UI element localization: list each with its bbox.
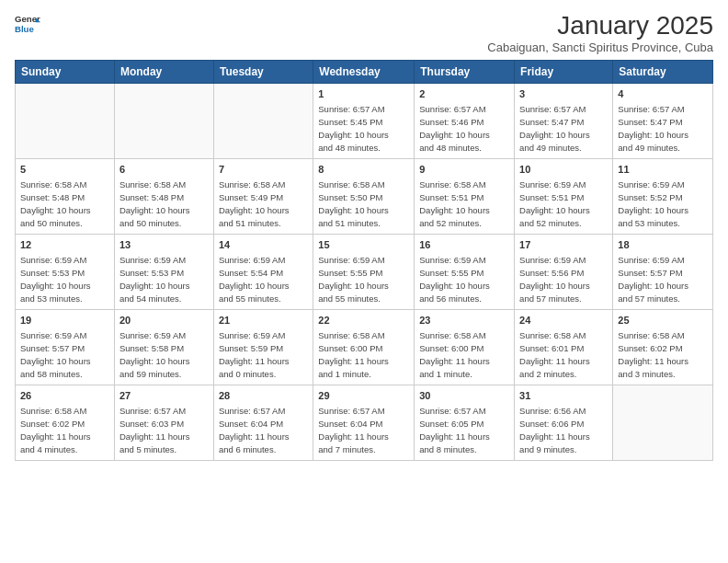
day-number: 14 <box>219 238 308 252</box>
col-header-saturday: Saturday <box>613 61 713 84</box>
day-info: Sunrise: 6:58 AM Sunset: 5:49 PM Dayligh… <box>219 178 308 229</box>
calendar-cell: 26Sunrise: 6:58 AM Sunset: 6:02 PM Dayli… <box>16 385 115 461</box>
day-info: Sunrise: 6:58 AM Sunset: 5:51 PM Dayligh… <box>419 178 509 229</box>
day-info: Sunrise: 6:59 AM Sunset: 5:53 PM Dayligh… <box>119 254 209 304</box>
calendar-cell: 2Sunrise: 6:57 AM Sunset: 5:46 PM Daylig… <box>415 84 515 159</box>
month-title: January 2025 <box>487 11 713 40</box>
day-info: Sunrise: 6:59 AM Sunset: 5:57 PM Dayligh… <box>20 329 109 380</box>
day-number: 1 <box>318 87 409 101</box>
day-info: Sunrise: 6:59 AM Sunset: 5:59 PM Dayligh… <box>219 329 308 380</box>
calendar-cell: 1Sunrise: 6:57 AM Sunset: 5:45 PM Daylig… <box>313 84 415 159</box>
week-row-3: 12Sunrise: 6:59 AM Sunset: 5:53 PM Dayli… <box>16 235 713 310</box>
calendar-cell: 28Sunrise: 6:57 AM Sunset: 6:04 PM Dayli… <box>213 385 313 461</box>
calendar-cell: 7Sunrise: 6:58 AM Sunset: 5:49 PM Daylig… <box>213 159 313 235</box>
day-info: Sunrise: 6:57 AM Sunset: 6:04 PM Dayligh… <box>318 405 409 455</box>
calendar-cell: 13Sunrise: 6:59 AM Sunset: 5:53 PM Dayli… <box>114 235 213 310</box>
calendar-cell: 22Sunrise: 6:58 AM Sunset: 6:00 PM Dayli… <box>313 310 415 385</box>
calendar-cell: 8Sunrise: 6:58 AM Sunset: 5:50 PM Daylig… <box>313 159 415 235</box>
day-number: 5 <box>20 163 109 177</box>
calendar-cell: 11Sunrise: 6:59 AM Sunset: 5:52 PM Dayli… <box>613 159 713 235</box>
day-info: Sunrise: 6:58 AM Sunset: 6:00 PM Dayligh… <box>318 329 409 380</box>
location: Cabaiguan, Sancti Spiritus Province, Cub… <box>487 40 713 54</box>
day-number: 28 <box>219 389 308 403</box>
day-info: Sunrise: 6:58 AM Sunset: 5:48 PM Dayligh… <box>119 178 209 229</box>
day-info: Sunrise: 6:57 AM Sunset: 6:04 PM Dayligh… <box>219 405 308 455</box>
day-info: Sunrise: 6:59 AM Sunset: 5:55 PM Dayligh… <box>419 254 509 304</box>
week-row-4: 19Sunrise: 6:59 AM Sunset: 5:57 PM Dayli… <box>16 310 713 385</box>
calendar-cell: 12Sunrise: 6:59 AM Sunset: 5:53 PM Dayli… <box>16 235 115 310</box>
day-info: Sunrise: 6:59 AM Sunset: 5:51 PM Dayligh… <box>519 178 608 229</box>
col-header-tuesday: Tuesday <box>213 61 313 84</box>
col-header-wednesday: Wednesday <box>313 61 415 84</box>
week-row-2: 5Sunrise: 6:58 AM Sunset: 5:48 PM Daylig… <box>16 159 713 235</box>
week-row-1: 1Sunrise: 6:57 AM Sunset: 5:45 PM Daylig… <box>16 84 713 159</box>
calendar-cell: 23Sunrise: 6:58 AM Sunset: 6:00 PM Dayli… <box>415 310 515 385</box>
col-header-friday: Friday <box>515 61 613 84</box>
calendar-cell: 14Sunrise: 6:59 AM Sunset: 5:54 PM Dayli… <box>213 235 313 310</box>
day-number: 8 <box>318 163 409 177</box>
day-number: 6 <box>119 163 209 177</box>
calendar-cell: 17Sunrise: 6:59 AM Sunset: 5:56 PM Dayli… <box>515 235 613 310</box>
day-number: 26 <box>20 389 109 403</box>
day-info: Sunrise: 6:57 AM Sunset: 5:46 PM Dayligh… <box>419 103 509 154</box>
calendar-cell: 24Sunrise: 6:58 AM Sunset: 6:01 PM Dayli… <box>515 310 613 385</box>
day-number: 22 <box>318 314 409 327</box>
day-info: Sunrise: 6:58 AM Sunset: 6:02 PM Dayligh… <box>20 405 109 455</box>
day-number: 13 <box>119 238 209 252</box>
calendar-cell: 31Sunrise: 6:56 AM Sunset: 6:06 PM Dayli… <box>515 385 613 461</box>
day-number: 29 <box>318 389 409 403</box>
col-header-sunday: Sunday <box>16 61 115 84</box>
col-header-monday: Monday <box>114 61 213 84</box>
day-info: Sunrise: 6:59 AM Sunset: 5:52 PM Dayligh… <box>618 178 708 229</box>
calendar-cell: 16Sunrise: 6:59 AM Sunset: 5:55 PM Dayli… <box>415 235 515 310</box>
page: General Blue January 2025 Cabaiguan, San… <box>0 0 728 563</box>
day-number: 9 <box>419 163 509 177</box>
day-number: 21 <box>219 314 308 327</box>
day-info: Sunrise: 6:59 AM Sunset: 5:56 PM Dayligh… <box>519 254 608 304</box>
calendar-cell: 25Sunrise: 6:58 AM Sunset: 6:02 PM Dayli… <box>613 310 713 385</box>
day-number: 3 <box>519 87 608 101</box>
day-info: Sunrise: 6:58 AM Sunset: 5:50 PM Dayligh… <box>318 178 409 229</box>
day-number: 16 <box>419 238 509 252</box>
calendar-cell: 29Sunrise: 6:57 AM Sunset: 6:04 PM Dayli… <box>313 385 415 461</box>
day-number: 23 <box>419 314 509 327</box>
calendar-cell: 20Sunrise: 6:59 AM Sunset: 5:58 PM Dayli… <box>114 310 213 385</box>
calendar-cell <box>114 84 213 159</box>
calendar-cell: 18Sunrise: 6:59 AM Sunset: 5:57 PM Dayli… <box>613 235 713 310</box>
col-header-thursday: Thursday <box>415 61 515 84</box>
day-number: 30 <box>419 389 509 403</box>
logo-icon: General Blue <box>15 11 40 37</box>
day-info: Sunrise: 6:59 AM Sunset: 5:54 PM Dayligh… <box>219 254 308 304</box>
calendar-cell: 9Sunrise: 6:58 AM Sunset: 5:51 PM Daylig… <box>415 159 515 235</box>
calendar-cell: 15Sunrise: 6:59 AM Sunset: 5:55 PM Dayli… <box>313 235 415 310</box>
day-info: Sunrise: 6:58 AM Sunset: 6:02 PM Dayligh… <box>618 329 708 380</box>
calendar-cell: 4Sunrise: 6:57 AM Sunset: 5:47 PM Daylig… <box>613 84 713 159</box>
calendar-cell: 27Sunrise: 6:57 AM Sunset: 6:03 PM Dayli… <box>114 385 213 461</box>
calendar-cell <box>16 84 115 159</box>
day-info: Sunrise: 6:58 AM Sunset: 6:01 PM Dayligh… <box>519 329 608 380</box>
day-info: Sunrise: 6:59 AM Sunset: 5:53 PM Dayligh… <box>20 254 109 304</box>
day-info: Sunrise: 6:58 AM Sunset: 5:48 PM Dayligh… <box>20 178 109 229</box>
header-right: January 2025 Cabaiguan, Sancti Spiritus … <box>487 11 713 54</box>
day-info: Sunrise: 6:57 AM Sunset: 5:47 PM Dayligh… <box>519 103 608 154</box>
svg-text:Blue: Blue <box>15 24 34 34</box>
day-info: Sunrise: 6:59 AM Sunset: 5:58 PM Dayligh… <box>119 329 209 380</box>
day-info: Sunrise: 6:57 AM Sunset: 5:45 PM Dayligh… <box>318 103 409 154</box>
day-info: Sunrise: 6:59 AM Sunset: 5:55 PM Dayligh… <box>318 254 409 304</box>
day-number: 19 <box>20 314 109 327</box>
day-number: 31 <box>519 389 608 403</box>
day-number: 20 <box>119 314 209 327</box>
calendar-cell: 10Sunrise: 6:59 AM Sunset: 5:51 PM Dayli… <box>515 159 613 235</box>
logo: General Blue <box>15 11 40 37</box>
calendar-cell: 3Sunrise: 6:57 AM Sunset: 5:47 PM Daylig… <box>515 84 613 159</box>
day-number: 7 <box>219 163 308 177</box>
day-number: 10 <box>519 163 608 177</box>
day-info: Sunrise: 6:59 AM Sunset: 5:57 PM Dayligh… <box>618 254 708 304</box>
calendar-cell: 5Sunrise: 6:58 AM Sunset: 5:48 PM Daylig… <box>16 159 115 235</box>
day-number: 25 <box>618 314 708 327</box>
days-header-row: SundayMondayTuesdayWednesdayThursdayFrid… <box>16 61 713 84</box>
day-info: Sunrise: 6:58 AM Sunset: 6:00 PM Dayligh… <box>419 329 509 380</box>
day-number: 12 <box>20 238 109 252</box>
day-number: 27 <box>119 389 209 403</box>
calendar-cell: 30Sunrise: 6:57 AM Sunset: 6:05 PM Dayli… <box>415 385 515 461</box>
